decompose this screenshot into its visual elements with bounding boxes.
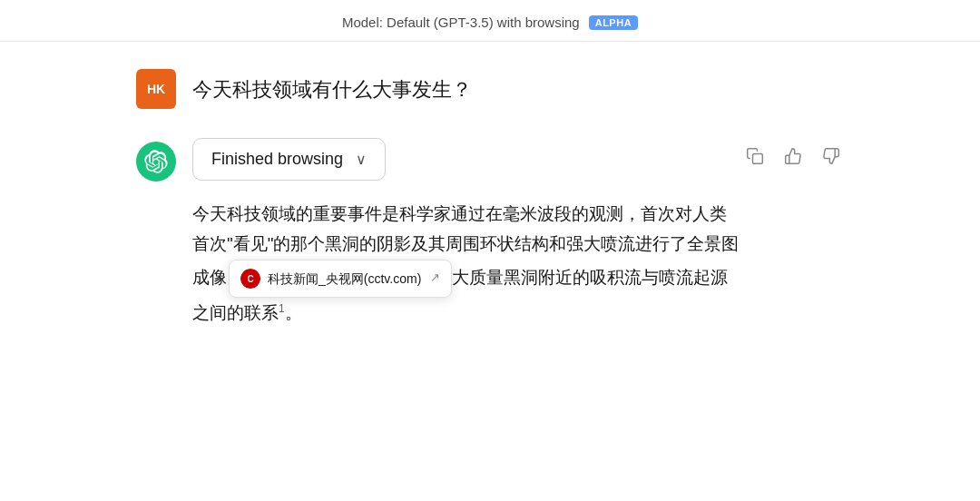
thumbs-up-button[interactable]: [780, 143, 806, 169]
copy-button[interactable]: [742, 143, 768, 169]
period: 。: [285, 303, 302, 322]
finished-browsing-button[interactable]: Finished browsing ∨: [192, 138, 386, 181]
citation-tooltip[interactable]: C 科技新闻_央视网(cctv.com) ↗: [229, 260, 452, 299]
user-avatar: HK: [136, 69, 176, 109]
external-link-icon: ↗: [430, 268, 440, 289]
user-message-text: 今天科技领域有什么大事发生？: [192, 69, 472, 104]
model-label: Model: Default (GPT-3.5) with browsing: [342, 15, 580, 30]
svg-rect-2: [753, 154, 763, 164]
superscript-1: 1: [279, 302, 285, 315]
citation-source: 科技新闻_央视网(cctv.com): [268, 268, 421, 290]
ai-avatar: [136, 142, 176, 182]
svg-text:C: C: [247, 274, 253, 284]
ai-action-buttons: [742, 131, 844, 169]
browsing-label: Finished browsing: [211, 150, 343, 169]
ai-message-content: Finished browsing ∨ 今天科技领域的重要事件是科学家通过在毫米…: [136, 131, 742, 328]
user-message-row: HK 今天科技领域有什么大事发生？: [136, 42, 844, 131]
thumbs-down-button[interactable]: [818, 143, 844, 169]
chevron-down-icon: ∨: [356, 151, 367, 168]
citation-logo: C: [240, 269, 260, 289]
main-content: HK 今天科技领域有什么大事发生？ Finished browsing ∨ 今天: [82, 42, 898, 328]
alpha-badge: ALPHA: [589, 15, 638, 30]
ai-response-text: 今天科技领域的重要事件是科学家通过在毫米波段的观测，首次对人类首次"看见"的那个…: [192, 199, 742, 328]
ai-content-area: Finished browsing ∨ 今天科技领域的重要事件是科学家通过在毫米…: [192, 138, 742, 328]
header: Model: Default (GPT-3.5) with browsing A…: [0, 0, 980, 42]
ai-message-row: Finished browsing ∨ 今天科技领域的重要事件是科学家通过在毫米…: [136, 131, 844, 328]
